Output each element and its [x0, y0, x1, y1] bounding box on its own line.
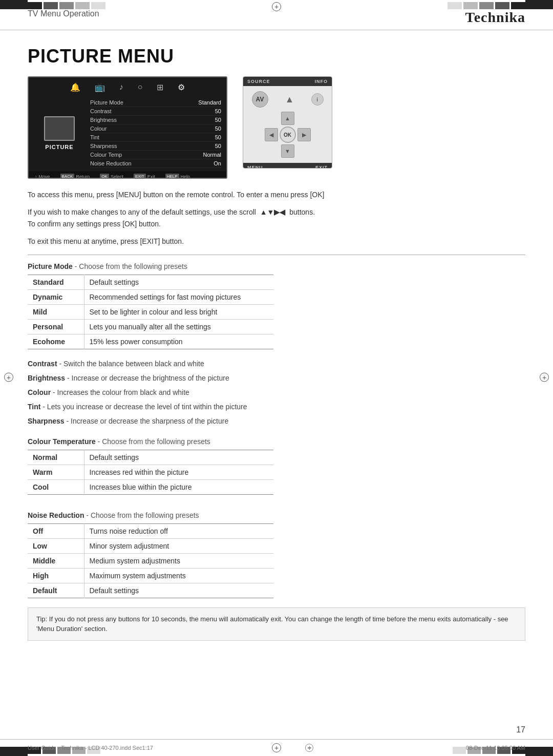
- footer-move-label: Move: [39, 174, 50, 179]
- noise-reduction-suffix: - Choose from the following presets: [84, 511, 199, 519]
- footer-help-label: Help: [181, 174, 190, 179]
- footer-right-text: 08-Dec-11 10:05:00 AM: [466, 745, 525, 751]
- top-marks-right: [448, 0, 525, 9]
- table-cell-name: Ecohome: [28, 334, 84, 349]
- colour-temp-label: Colour Temperature: [28, 437, 96, 446]
- remote-info-btn-label: i: [316, 97, 317, 102]
- tv-menu-row: Colour Temp Normal: [90, 151, 221, 159]
- remote-source-label: SOURCE: [247, 79, 270, 84]
- table-cell-desc: Increases blue within the picture: [84, 479, 273, 494]
- remote-up-arrow[interactable]: ▲: [283, 92, 297, 107]
- brightness-desc: Brightness - Increase or decrease the br…: [28, 373, 525, 384]
- table-row: Mild Set to be lighter in colour and les…: [28, 304, 273, 319]
- table-row: Default Default settings: [28, 583, 273, 598]
- tv-menu-screenshot: 🔔 📺 ♪ ○ ⊞ ⚙ PICTURE Picture Mode Standar…: [28, 76, 227, 179]
- tv-menu-item-value: 50: [215, 117, 221, 123]
- tv-menu-item-value: 50: [215, 125, 221, 132]
- remote-info-label: INFO: [315, 79, 328, 84]
- tv-menu-item-label: Sharpness: [90, 143, 117, 149]
- footer-select: OK Select: [100, 174, 123, 179]
- colour-temp-suffix: - Choose from the following presets: [96, 437, 210, 446]
- move-icon: ↕: [35, 174, 37, 179]
- table-cell-desc: Maximum system adjustments: [84, 568, 273, 583]
- colour-label: Colour: [28, 388, 51, 396]
- tip-box: Tip: If you do not press any buttons for…: [28, 607, 525, 641]
- tv-menu-row: Colour 50: [90, 124, 221, 133]
- remote-right-button[interactable]: ▶: [297, 128, 311, 141]
- table-row: High Maximum system adjustments: [28, 568, 273, 583]
- remote-ok-button[interactable]: OK: [280, 127, 296, 143]
- tv-menu-item-value: Normal: [203, 152, 221, 158]
- tv-icon-circle: ○: [138, 82, 143, 92]
- tv-menu-item-value: On: [214, 160, 221, 166]
- divider-1: [28, 255, 525, 255]
- table-row: Dynamic Recommended settings for fast mo…: [28, 289, 273, 304]
- table-cell-name: Middle: [28, 553, 84, 568]
- tv-picture-label: PICTURE: [45, 144, 73, 150]
- page-content: PICTURE MENU 🔔 📺 ♪ ○ ⊞ ⚙ PICTURE Picture: [0, 30, 553, 671]
- remote-av-label: AV: [256, 96, 264, 103]
- table-cell-name: High: [28, 568, 84, 583]
- tint-text: - Lets you increase or decrease the leve…: [40, 403, 247, 411]
- tv-icon-tv: 📺: [95, 82, 105, 92]
- table-cell-desc: Default settings: [84, 450, 273, 465]
- tv-menu-item-value: 50: [215, 143, 221, 149]
- table-row: Middle Medium system adjustments: [28, 553, 273, 568]
- back-btn: BACK: [60, 174, 75, 179]
- table-row: Normal Default settings: [28, 450, 273, 465]
- reg-mark-top: [272, 2, 281, 13]
- top-marks-left: [28, 0, 105, 9]
- brightness-text: - Increase or decrease the brightness of…: [65, 374, 229, 382]
- tv-menu-item-label: Noise Reduction: [90, 160, 132, 166]
- footer-exit: EXIT Exit: [134, 174, 155, 179]
- table-cell-desc: Set to be lighter in colour and less bri…: [84, 304, 273, 319]
- sharpness-desc: Sharpness - Increase or decrease the sha…: [28, 416, 525, 427]
- table-cell-name: Warm: [28, 465, 84, 479]
- table-cell-name: Low: [28, 538, 84, 553]
- remote-left-button[interactable]: ◀: [265, 128, 278, 141]
- table-cell-name: Standard: [28, 275, 84, 289]
- remote-av-button[interactable]: AV: [252, 91, 268, 108]
- table-cell-desc: Medium system adjustments: [84, 553, 273, 568]
- tv-menu-row: Contrast 50: [90, 107, 221, 116]
- table-cell-desc: 15% less power consumption: [84, 334, 273, 349]
- footer-exit-label: Exit: [147, 174, 155, 179]
- page-footer: User Guide - Technika - LCD 40-270.indd …: [0, 739, 553, 756]
- reg-mark-left: [4, 373, 13, 384]
- tv-menu-row: Sharpness 50: [90, 142, 221, 151]
- page-title: PICTURE MENU: [28, 46, 525, 67]
- table-cell-name: Default: [28, 583, 84, 598]
- tv-menu-item-label: Picture Mode: [90, 99, 123, 106]
- tv-icon-music: ♪: [119, 82, 123, 92]
- remote-top-bar: SOURCE INFO: [243, 77, 332, 86]
- intro-para1: To access this menu, press [MENU] button…: [28, 189, 525, 200]
- tv-menu-item-label: Colour Temp: [90, 152, 122, 158]
- tv-icon-grid: ⊞: [157, 82, 163, 92]
- top-corner-right: [525, 0, 553, 9]
- remote-screenshot: SOURCE INFO AV ▲ i ▲ ▼ ◀ ▶: [243, 76, 332, 169]
- footer-return-label: Return: [76, 174, 90, 179]
- tv-menu-row: Picture Mode Standard: [90, 98, 221, 107]
- tv-menu-item-value: Standard: [198, 99, 221, 106]
- table-row: Warm Increases red within the picture: [28, 465, 273, 479]
- table-cell-name: Cool: [28, 479, 84, 494]
- table-cell-desc: Default settings: [84, 275, 273, 289]
- header-title: TV Menu Operation: [28, 9, 99, 18]
- sharpness-label: Sharpness: [28, 417, 65, 425]
- remote-info-button[interactable]: i: [311, 93, 324, 106]
- remote-top-row: AV ▲ i: [248, 91, 327, 108]
- exit-btn: EXIT: [134, 174, 146, 179]
- remote-up-button[interactable]: ▲: [281, 112, 294, 125]
- footer-center-icon: +: [305, 744, 313, 752]
- tint-desc: Tint - Lets you increase or decrease the…: [28, 402, 525, 412]
- tv-menu-body: PICTURE Picture Mode Standard Contrast 5…: [29, 95, 226, 171]
- noise-reduction-label: Noise Reduction: [28, 511, 84, 519]
- remote-down-button[interactable]: ▼: [281, 144, 294, 158]
- intro-para2: If you wish to make changes to any of th…: [28, 206, 525, 229]
- remote-dpad: ▲ ▼ ◀ ▶ OK: [265, 112, 311, 158]
- ok-btn: OK: [100, 174, 109, 179]
- table-row: Personal Lets you manually alter all the…: [28, 319, 273, 334]
- picture-mode-section-label: Picture Mode - Choose from the following…: [28, 262, 525, 270]
- tv-menu-footer: ↕ Move BACK Return OK Select EXIT Exit H…: [29, 171, 226, 179]
- footer-move: ↕ Move: [35, 174, 50, 179]
